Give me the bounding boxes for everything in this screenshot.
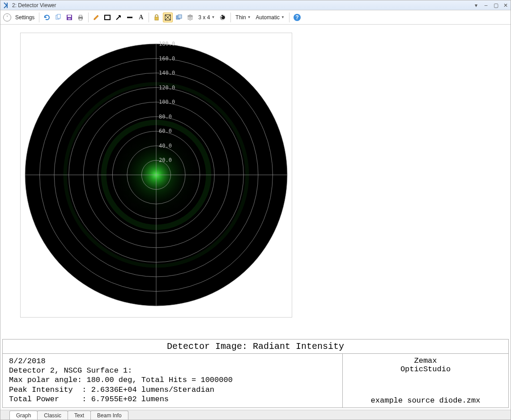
window-title: 2: Detector Viewer	[12, 2, 56, 8]
arrow-icon[interactable]	[114, 13, 123, 22]
info-right: Zemax OpticStudio example source diode.z…	[343, 354, 508, 407]
titlebar: 2: Detector Viewer ▾ – ▢ ✕	[0, 0, 511, 10]
polar-plot[interactable]: 20.040.060.080.0100.0120.0140.0160.0180.…	[21, 33, 292, 317]
info-max-polar: Max polar angle: 180.00 deg, Total Hits …	[9, 376, 233, 384]
tab-text[interactable]: Text	[68, 411, 91, 420]
automatic-dropdown[interactable]: Automatic ▼	[254, 14, 286, 21]
tab-classic[interactable]: Classic	[37, 411, 68, 420]
ring-label: 40.0	[159, 143, 172, 149]
info-panel: Detector Image: Radiant Intensity 8/2/20…	[2, 339, 509, 408]
app-icon	[2, 2, 9, 9]
tab-graph[interactable]: Graph	[9, 411, 38, 420]
ring-label: 80.0	[159, 114, 172, 120]
ring-label: 60.0	[159, 128, 172, 134]
tabbar: Graph Classic Text Beam Info	[0, 410, 511, 420]
svg-rect-8	[79, 18, 82, 20]
chevron-down-icon: ▼	[281, 15, 285, 19]
info-body: 8/2/2018 Detector 2, NSCG Surface 1: Max…	[3, 354, 508, 407]
print-icon[interactable]	[76, 13, 85, 22]
pencil-icon[interactable]	[91, 13, 101, 22]
info-filename: example source diode.zmx	[347, 396, 504, 405]
ring-label: 160.0	[159, 55, 175, 62]
svg-rect-9	[105, 15, 110, 20]
info-left: 8/2/2018 Detector 2, NSCG Surface 1: Max…	[3, 354, 343, 407]
text-icon[interactable]: A	[136, 13, 146, 22]
line-thickness-label: Thin	[235, 14, 246, 21]
stack-icon[interactable]	[185, 13, 195, 22]
settings-button[interactable]: Settings	[13, 14, 36, 21]
svg-rect-5	[68, 18, 71, 20]
windows-icon[interactable]	[174, 13, 184, 22]
automatic-label: Automatic	[256, 14, 280, 21]
line-thickness-dropdown[interactable]: Thin ▼	[234, 14, 252, 21]
save-icon[interactable]	[64, 13, 74, 22]
reload-icon[interactable]	[218, 13, 228, 22]
svg-rect-2	[57, 14, 60, 18]
rectangle-icon[interactable]	[102, 13, 112, 22]
info-peak: Peak Intensity : 2.6336E+04 lumens/Stera…	[9, 386, 214, 394]
svg-line-10	[116, 16, 120, 20]
expand-settings-icon[interactable]: ˅	[3, 13, 11, 21]
tab-beam-info[interactable]: Beam Info	[90, 411, 128, 420]
maximize-button[interactable]: ▢	[493, 2, 499, 8]
toolbar: ˅ Settings A 3 x 4 ▼ Thin ▼ Automatic ▼	[0, 10, 511, 25]
info-title: Detector Image: Radiant Intensity	[3, 339, 508, 354]
brand-zemax: Zemax	[347, 356, 504, 365]
close-button[interactable]: ✕	[502, 2, 509, 8]
grid-dropdown[interactable]: 3 x 4 ▼	[196, 14, 217, 21]
info-detector: Detector 2, NSCG Surface 1:	[9, 366, 132, 375]
line-icon[interactable]	[125, 13, 135, 22]
window-menu-dropdown-icon[interactable]: ▾	[473, 2, 479, 8]
polar-plot-frame: 20.040.060.080.0100.0120.0140.0160.0180.…	[20, 33, 292, 318]
zoom-window-icon[interactable]	[163, 13, 173, 22]
info-power: Total Power : 6.7955E+02 lumens	[9, 395, 169, 403]
brand-opticstudio: OpticStudio	[347, 365, 504, 373]
grid-label: 3 x 4	[198, 14, 210, 21]
ring-label: 100.0	[159, 99, 175, 105]
lock-icon[interactable]	[152, 13, 162, 22]
info-date: 8/2/2018	[9, 357, 46, 365]
detector-viewer-window: 2: Detector Viewer ▾ – ▢ ✕ ˅ Settings A …	[0, 0, 511, 420]
chevron-down-icon: ▼	[247, 15, 251, 19]
svg-rect-12	[155, 17, 158, 20]
chevron-down-icon: ▼	[211, 15, 215, 19]
ring-label: 140.0	[159, 70, 175, 76]
svg-rect-7	[79, 15, 82, 17]
minimize-button[interactable]: –	[483, 2, 489, 8]
content-area: 20.040.060.080.0100.0120.0140.0160.0180.…	[0, 25, 511, 410]
help-icon[interactable]: ?	[292, 13, 302, 22]
svg-rect-17	[178, 15, 182, 18]
svg-text:?: ?	[295, 14, 298, 21]
refresh-icon[interactable]	[42, 13, 52, 22]
ring-label: 180.0	[159, 41, 175, 47]
copy-icon[interactable]	[53, 13, 63, 22]
svg-rect-4	[68, 15, 71, 17]
ring-label: 20.0	[159, 157, 172, 163]
ring-label: 120.0	[159, 85, 175, 91]
